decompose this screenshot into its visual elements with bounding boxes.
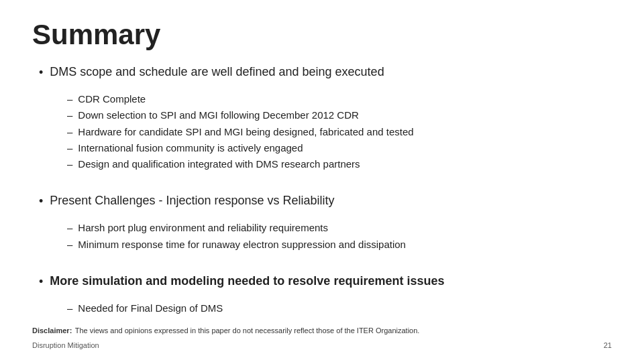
sub-dash-0-1: – xyxy=(67,107,72,123)
bullet-item-1: •Present Challenges - Injection response… xyxy=(32,192,612,210)
sub-bullets-2: –Needed for Final Design of DMS xyxy=(67,300,612,316)
bullet-text-0: DMS scope and schedule are well defined … xyxy=(50,63,384,81)
bullet-text-1: Present Challenges - Injection response … xyxy=(50,192,334,210)
sub-bullet-0-0: –CDR Complete xyxy=(67,91,612,107)
sub-dash-1-1: – xyxy=(67,237,72,252)
sub-bullet-2-0: –Needed for Final Design of DMS xyxy=(67,300,612,316)
sub-dash-0-4: – xyxy=(67,156,72,172)
sub-text-1-1: Minimum response time for runaway electr… xyxy=(78,237,406,252)
bullet-dot-0: • xyxy=(39,64,43,82)
disclaimer-text: The views and opinions expressed in this… xyxy=(75,326,420,335)
bullet-text-2: More simulation and modeling needed to r… xyxy=(50,272,444,290)
sub-text-1-0: Harsh port plug environment and reliabil… xyxy=(78,220,328,235)
sub-bullets-1: –Harsh port plug environment and reliabi… xyxy=(67,220,612,252)
sub-text-0-2: Hardware for candidate SPI and MGI being… xyxy=(78,124,413,139)
sub-dash-2-0: – xyxy=(67,300,72,316)
slide-title: Summary xyxy=(32,19,612,51)
bullet-item-2: •More simulation and modeling needed to … xyxy=(32,272,612,291)
sub-text-0-0: CDR Complete xyxy=(78,91,146,107)
footer-left: Disruption Mitigation xyxy=(32,341,99,349)
content: •DMS scope and schedule are well defined… xyxy=(32,63,612,318)
sub-bullet-1-1: –Minimum response time for runaway elect… xyxy=(67,237,612,252)
sub-dash-0-3: – xyxy=(67,140,72,156)
bullet-dot-1: • xyxy=(39,192,43,210)
sub-text-2-0: Needed for Final Design of DMS xyxy=(78,300,223,316)
sub-bullets-0: –CDR Complete–Down selection to SPI and … xyxy=(67,91,612,172)
slide: Summary •DMS scope and schedule are well… xyxy=(0,0,644,362)
sub-bullet-1-0: –Harsh port plug environment and reliabi… xyxy=(67,220,612,235)
bullet-item-0: •DMS scope and schedule are well defined… xyxy=(32,63,612,82)
sub-dash-1-0: – xyxy=(67,220,72,235)
sub-bullet-0-2: –Hardware for candidate SPI and MGI bein… xyxy=(67,124,612,139)
sub-text-0-3: International fusion community is active… xyxy=(78,140,303,156)
sub-bullet-0-3: –International fusion community is activ… xyxy=(67,140,612,156)
sub-dash-0-2: – xyxy=(67,124,72,139)
footer-page: 21 xyxy=(604,341,612,349)
sub-bullet-0-4: –Design and qualification integrated wit… xyxy=(67,156,612,172)
bullet-dot-2: • xyxy=(39,273,43,291)
sub-text-0-4: Design and qualification integrated with… xyxy=(78,156,360,172)
footer: Disclaimer: The views and opinions expre… xyxy=(32,318,612,349)
sub-text-0-1: Down selection to SPI and MGI following … xyxy=(78,107,359,123)
sub-dash-0-0: – xyxy=(67,91,72,107)
sub-bullet-0-1: –Down selection to SPI and MGI following… xyxy=(67,107,612,123)
disclaimer-label: Disclaimer: xyxy=(32,326,72,335)
